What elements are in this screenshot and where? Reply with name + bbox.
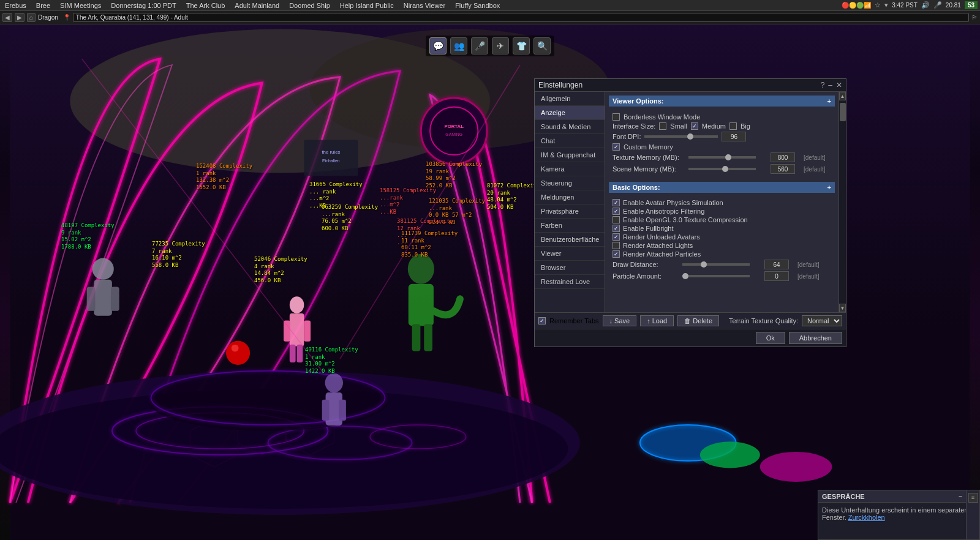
nav-viewer[interactable]: Viewer bbox=[535, 247, 605, 261]
settings-minimize-button[interactable]: – bbox=[828, 81, 832, 89]
chat-side-button[interactable]: ≡ bbox=[968, 493, 978, 503]
save-button[interactable]: ↓ Save bbox=[603, 315, 637, 326]
scene-memory-value[interactable]: 560 bbox=[771, 164, 795, 174]
draw-distance-value[interactable]: 64 bbox=[764, 260, 789, 269]
menu-item-doomed[interactable]: Doomed Ship bbox=[287, 2, 333, 9]
opengl-label: Enable OpenGL 3.0 Texture Compression bbox=[623, 216, 748, 223]
draw-distance-slider[interactable] bbox=[682, 263, 750, 266]
custom-memory-checkbox[interactable] bbox=[612, 143, 620, 151]
audio-icon[interactable]: 🔊 bbox=[921, 1, 930, 9]
particle-amount-label: Particle Amount: bbox=[612, 272, 680, 280]
menu-item-donnerstag[interactable]: Donnerstag 1:00 PDT bbox=[108, 2, 178, 9]
draw-distance-default[interactable]: [default] bbox=[797, 261, 834, 268]
texture-memory-thumb[interactable] bbox=[725, 154, 731, 160]
attached-particles-checkbox[interactable] bbox=[612, 250, 620, 258]
texture-memory-value[interactable]: 800 bbox=[771, 152, 795, 162]
location-bar[interactable] bbox=[73, 13, 969, 22]
scroll-thumb[interactable] bbox=[840, 103, 846, 121]
menu-item-nirans[interactable]: Nirans Viewer bbox=[401, 2, 448, 9]
physics-sim-checkbox[interactable] bbox=[612, 199, 620, 206]
physics-sim-row: Enable Avatar Physics Simulation bbox=[612, 199, 831, 206]
nav-sound[interactable]: Sound & Medien bbox=[535, 120, 605, 134]
svg-text:GAMING: GAMING bbox=[445, 132, 462, 137]
big-checkbox[interactable] bbox=[729, 122, 737, 130]
scroll-up-button[interactable]: ▲ bbox=[839, 92, 846, 100]
complexity-c3: 48197 Complexity9 rank15.02 m^21788.0 KB bbox=[61, 222, 115, 251]
complexity-c6: 40116 Complexity1 rank31.00 m^21422.0 KB bbox=[305, 347, 358, 375]
scene-memory-thumb[interactable] bbox=[722, 166, 728, 172]
scene-memory-default[interactable]: [default] bbox=[804, 166, 839, 173]
fly-tool-button[interactable]: ✈ bbox=[492, 37, 509, 54]
complexity-c13: 81072 Complexity20 rank48.04 m^2504.0 KB bbox=[487, 182, 540, 211]
font-dpi-slider[interactable] bbox=[644, 135, 718, 138]
nav-meldungen[interactable]: Meldungen bbox=[535, 190, 605, 204]
chat-zurck-link[interactable]: Zurckkholen bbox=[848, 514, 885, 521]
nav-kamera[interactable]: Kamera bbox=[535, 162, 605, 176]
home-button[interactable]: ⌂ bbox=[27, 13, 36, 22]
settings-help-button[interactable]: ? bbox=[821, 81, 825, 89]
nav-chat[interactable]: Chat bbox=[535, 134, 605, 148]
nav-privat[interactable]: Privatsphäre bbox=[535, 204, 605, 219]
particle-amount-slider[interactable] bbox=[682, 275, 750, 277]
nav-allgemein[interactable]: Allgemein bbox=[535, 92, 605, 106]
nav-browser[interactable]: Browser bbox=[535, 261, 605, 275]
small-checkbox[interactable] bbox=[659, 122, 666, 130]
viewer-options-header[interactable]: Viewer Options: + bbox=[609, 96, 835, 107]
viewer-options-expand[interactable]: + bbox=[827, 97, 831, 105]
opengl-checkbox[interactable] bbox=[612, 216, 620, 223]
medium-checkbox[interactable] bbox=[691, 122, 698, 130]
settings-close-button[interactable]: ✕ bbox=[836, 81, 842, 89]
menu-item-bree[interactable]: Bree bbox=[34, 2, 53, 9]
fullbright-checkbox[interactable] bbox=[612, 225, 620, 232]
back-button[interactable]: ◀ bbox=[2, 13, 12, 22]
mic-status-icon[interactable]: 🎤 bbox=[933, 1, 942, 9]
unloaded-avatars-checkbox[interactable] bbox=[612, 233, 620, 241]
menu-item-mainland[interactable]: Adult Mainland bbox=[232, 2, 282, 9]
ok-button[interactable]: Ok bbox=[756, 332, 785, 344]
nav-benutz[interactable]: Benutzeroberfläche bbox=[535, 233, 605, 247]
scene-memory-slider[interactable] bbox=[688, 168, 756, 170]
chat-tool-button[interactable]: 💬 bbox=[429, 37, 447, 54]
menu-item-fluffy[interactable]: Fluffy Sandbox bbox=[453, 2, 502, 9]
appearance-tool-button[interactable]: 👕 bbox=[513, 37, 530, 54]
menu-item-help[interactable]: Help Island Public bbox=[337, 2, 396, 9]
svg-point-3 bbox=[0, 371, 580, 515]
draw-distance-thumb[interactable] bbox=[701, 261, 707, 268]
menu-item-erebus[interactable]: Erebus bbox=[2, 2, 29, 9]
particle-amount-value[interactable]: 0 bbox=[764, 271, 789, 281]
texture-memory-default[interactable]: [default] bbox=[804, 154, 839, 161]
mic-tool-button[interactable]: 🎤 bbox=[471, 37, 488, 54]
delete-button[interactable]: 🗑 Delete bbox=[677, 315, 719, 326]
search-tool-button[interactable]: 🔍 bbox=[533, 37, 551, 54]
basic-options-header[interactable]: Basic Options: + bbox=[609, 182, 835, 193]
people-tool-button[interactable]: 👥 bbox=[450, 37, 467, 54]
svg-rect-27 bbox=[409, 284, 434, 326]
cancel-button[interactable]: Abbrechen bbox=[789, 332, 842, 344]
terrain-dropdown[interactable]: Normal Low High Ultra bbox=[802, 315, 842, 326]
load-button[interactable]: ↑ Load bbox=[640, 315, 674, 326]
dropdown-icon[interactable]: ▾ bbox=[884, 1, 888, 9]
borderless-checkbox[interactable] bbox=[612, 113, 620, 121]
particle-amount-thumb[interactable] bbox=[682, 273, 688, 279]
font-dpi-value[interactable]: 96 bbox=[722, 132, 746, 141]
nav-farben[interactable]: Farben bbox=[535, 219, 605, 233]
attached-lights-checkbox[interactable] bbox=[612, 242, 620, 249]
particle-amount-default[interactable]: [default] bbox=[797, 273, 834, 280]
menu-item-sim[interactable]: SIM Meetings bbox=[58, 2, 104, 9]
nav-im[interactable]: IM & Gruppenchat bbox=[535, 148, 605, 162]
font-dpi-thumb[interactable] bbox=[687, 133, 693, 140]
remember-tabs-label: Remember Tabs bbox=[549, 317, 599, 324]
scroll-down-button[interactable]: ▼ bbox=[839, 304, 846, 312]
texture-memory-slider[interactable] bbox=[688, 156, 756, 159]
draw-distance-label: Draw Distance: bbox=[612, 261, 680, 268]
remember-tabs-checkbox[interactable] bbox=[538, 317, 546, 324]
forward-button[interactable]: ▶ bbox=[15, 13, 24, 22]
nav-anzeige[interactable]: Anzeige bbox=[535, 106, 605, 120]
svg-rect-22 bbox=[290, 345, 296, 362]
basic-options-expand[interactable]: + bbox=[827, 184, 831, 191]
chat-minimize-button[interactable]: – bbox=[959, 492, 962, 500]
menu-item-ark[interactable]: The Ark Club bbox=[184, 2, 228, 9]
nav-steuerung[interactable]: Steuerung bbox=[535, 176, 605, 190]
anisotropic-checkbox[interactable] bbox=[612, 208, 620, 215]
nav-restrained[interactable]: Restrained Love bbox=[535, 275, 605, 289]
